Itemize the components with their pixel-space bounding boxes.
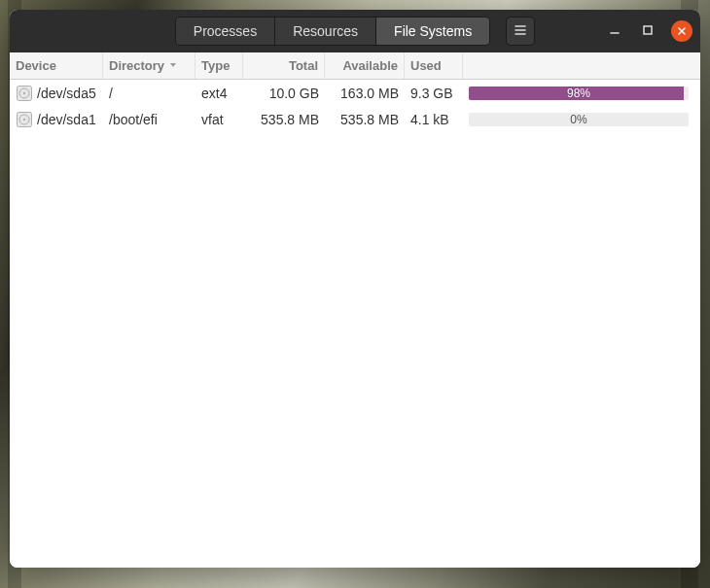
disk-icon: [16, 85, 33, 102]
col-header-used-bar[interactable]: [463, 52, 700, 79]
table-row[interactable]: /dev/sda5/ext410.0 GB163.0 MB9.3 GB98%: [10, 80, 700, 106]
svg-point-12: [23, 118, 25, 120]
close-icon: [677, 23, 687, 39]
used-bar-cell: 0%: [463, 106, 700, 132]
type-cell: vfat: [195, 106, 243, 132]
usage-bar-label: 98%: [469, 86, 689, 100]
tab-file-systems[interactable]: File Systems: [376, 17, 489, 45]
svg-rect-4: [644, 26, 652, 34]
menu-button[interactable]: [506, 17, 535, 46]
device-cell: /dev/sda1: [10, 106, 103, 132]
tab-resources[interactable]: Resources: [275, 17, 376, 45]
usage-bar: 98%: [469, 86, 689, 100]
sort-indicator-icon: [164, 58, 178, 73]
system-monitor-window: Processes Resources File Systems: [10, 10, 700, 568]
table-header: Device Directory Type Total Available Us…: [10, 52, 700, 80]
svg-point-9: [23, 91, 25, 93]
used-bar-cell: 98%: [463, 80, 700, 106]
directory-cell: /: [103, 80, 195, 106]
device-name: /dev/sda5: [37, 86, 96, 101]
available-cell: 535.8 MB: [325, 106, 405, 132]
device-name: /dev/sda1: [37, 112, 96, 127]
close-button[interactable]: [671, 20, 692, 42]
table-body: /dev/sda5/ext410.0 GB163.0 MB9.3 GB98%/d…: [10, 80, 700, 568]
tab-processes[interactable]: Processes: [176, 17, 275, 45]
used-cell: 4.1 kB: [405, 106, 463, 132]
hamburger-icon: [514, 23, 527, 40]
usage-bar: 0%: [469, 113, 689, 126]
total-cell: 535.8 MB: [243, 106, 325, 132]
maximize-icon: [641, 23, 655, 40]
col-header-used[interactable]: Used: [405, 52, 463, 79]
usage-bar-label: 0%: [469, 113, 689, 126]
col-header-device[interactable]: Device: [10, 52, 103, 79]
header-bar: Processes Resources File Systems: [10, 10, 700, 52]
maximize-button[interactable]: [638, 21, 657, 41]
directory-cell: /boot/efi: [103, 106, 195, 132]
col-header-directory[interactable]: Directory: [103, 52, 195, 79]
used-cell: 9.3 GB: [405, 80, 463, 106]
col-header-available[interactable]: Available: [325, 52, 405, 79]
minimize-icon: [608, 23, 621, 40]
device-cell: /dev/sda5: [10, 80, 103, 106]
type-cell: ext4: [195, 80, 243, 106]
disk-icon: [16, 111, 33, 128]
col-header-total[interactable]: Total: [243, 52, 325, 79]
minimize-button[interactable]: [605, 21, 624, 41]
col-header-directory-label: Directory: [109, 58, 164, 73]
table-row[interactable]: /dev/sda1/boot/efivfat535.8 MB535.8 MB4.…: [10, 106, 700, 132]
col-header-type[interactable]: Type: [195, 52, 243, 79]
available-cell: 163.0 MB: [325, 80, 405, 106]
total-cell: 10.0 GB: [243, 80, 325, 106]
view-tabs: Processes Resources File Systems: [175, 17, 490, 46]
